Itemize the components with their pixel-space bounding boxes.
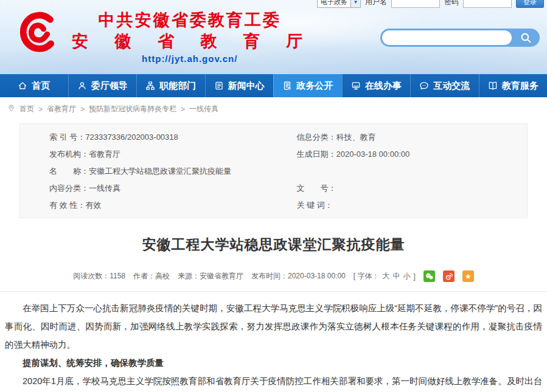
site-branding: 中共安徽省委教育工委 安 徽 省 教 育 厅 http://jyt.ah.gov…: [16, 10, 314, 64]
info-label: 内容分类：: [49, 184, 89, 193]
nav-item-label: 政务公开: [296, 80, 333, 92]
site-url[interactable]: http://jyt.ah.gov.cn/: [66, 53, 314, 64]
site-logo-icon: [16, 10, 60, 57]
font-size-suffix: ]: [413, 272, 415, 281]
info-cell-info-category: 信息分类： 科技、教育: [274, 129, 528, 146]
breadcrumb-separator: >: [80, 105, 85, 114]
share-wechat-button[interactable]: [423, 270, 435, 282]
info-label: 发布机构：: [49, 150, 89, 159]
breadcrumb-item-column[interactable]: 预防新型冠状病毒肺炎专栏: [89, 104, 176, 114]
article-subheading: 提前谋划、统筹安排，确保教学质量: [5, 354, 542, 372]
nav-item-departments[interactable]: 职能部门: [136, 74, 205, 97]
font-size-small[interactable]: 小: [403, 271, 410, 281]
read-count: 阅读次数：1158: [73, 271, 125, 281]
info-label: 名 称：: [49, 167, 89, 176]
nav-item-label: 首页: [32, 80, 50, 92]
password-label: 密码: [444, 0, 459, 7]
info-cell-validity: 有 效 性： 有效: [20, 197, 274, 214]
info-value: 有效: [85, 201, 101, 210]
info-row: 发布机构： 省教育厅 生成日期： 2020-03-18 00:00:00: [20, 146, 527, 163]
info-value: 安徽工程大学站稳思政课堂汇聚抗疫能量: [89, 167, 231, 176]
nav-item-label: 委厅领导: [91, 80, 128, 92]
source: 来源：安徽省教育厅: [178, 271, 243, 281]
nav-item-label: 互动交流: [433, 80, 470, 92]
nav-item-disclosure[interactable]: 政务公开: [273, 74, 342, 97]
site-header: 电子政务 ▼ 用户名 密码 登录 中共安徽省委教育工委 安 徽 省 教 育 厅 …: [0, 0, 547, 74]
password-field[interactable]: [463, 0, 512, 8]
star-icon: ★: [465, 273, 472, 280]
main-nav: 首页 委厅领导 职能部门 新闻中心 政务公开: [0, 74, 547, 97]
info-value: 科技、教育: [336, 133, 376, 142]
search-input[interactable]: [382, 30, 512, 45]
info-label: 索 引 号：: [49, 133, 85, 142]
info-cell-keywords: 关 键 词：: [274, 197, 528, 214]
monitor-icon: [351, 81, 361, 91]
news-icon: [214, 81, 224, 91]
nav-item-education-services[interactable]: 教育服务: [479, 74, 547, 97]
location-pin-icon: [7, 104, 15, 114]
info-value: 一线传真: [89, 184, 120, 193]
wechat-icon: [425, 272, 434, 281]
nav-item-leaders[interactable]: 委厅领导: [68, 74, 137, 97]
search-icon: [520, 32, 532, 44]
info-value: 2020-03-18 00:00:00: [336, 150, 410, 159]
nav-item-online-services[interactable]: 在线办事: [342, 74, 411, 97]
sitemap-icon: [145, 81, 155, 91]
favorite-star-button[interactable]: ★: [462, 270, 474, 282]
font-size-controls: [ 字体： 大 中 小 ]: [354, 271, 416, 281]
breadcrumb-item-current: 一线传真: [189, 104, 218, 114]
dropdown-arrow-icon[interactable]: ▼: [351, 0, 361, 8]
author: 作者：高校: [133, 271, 170, 281]
font-size-medium[interactable]: 中: [392, 271, 400, 281]
info-cell-title: 名 称： 安徽工程大学站稳思政课堂汇聚抗疫能量: [20, 163, 274, 180]
info-row: 有 效 性： 有效 关 键 词：: [20, 197, 527, 214]
info-cell-content-category: 内容分类： 一线传真: [20, 180, 274, 197]
page: 电子政务 ▼ 用户名 密码 登录 中共安徽省委教育工委 安 徽 省 教 育 厅 …: [0, 0, 547, 392]
login-bar: 电子政务 ▼ 用户名 密码 登录: [317, 0, 544, 9]
egov-dropdown-value[interactable]: 电子政务: [317, 0, 351, 8]
nav-item-news[interactable]: 新闻中心: [205, 74, 274, 97]
username-label: 用户名: [365, 0, 387, 7]
home-icon: [18, 81, 27, 91]
person-icon: [77, 81, 87, 91]
document-icon: [282, 81, 292, 91]
open-book-icon: [488, 81, 498, 91]
info-row: 索 引 号： 723337336/202003-00318 信息分类： 科技、教…: [20, 129, 527, 146]
nav-item-home[interactable]: 首页: [0, 74, 68, 97]
info-value: 723337336/202003-00318: [85, 133, 178, 142]
info-cell-index-number: 索 引 号： 723337336/202003-00318: [20, 129, 274, 146]
document-info-table: 索 引 号： 723337336/202003-00318 信息分类： 科技、教…: [19, 123, 528, 218]
nav-item-interaction[interactable]: 互动交流: [410, 74, 479, 97]
share-weibo-button[interactable]: [443, 270, 455, 282]
font-size-large[interactable]: 大: [382, 271, 389, 281]
username-field[interactable]: [391, 0, 440, 8]
search-button[interactable]: [512, 29, 540, 47]
breadcrumb-item-dept[interactable]: 省教育厅: [47, 104, 76, 114]
article-body: 在举国上下万众一心抗击新冠肺炎疫情的关键时期，安徽工程大学马克思主义学院积极响应…: [0, 292, 547, 392]
nav-item-label: 新闻中心: [228, 80, 265, 92]
login-button[interactable]: 登录: [516, 0, 544, 8]
breadcrumb-separator: >: [38, 105, 43, 114]
info-label: 生成日期：: [297, 150, 336, 159]
org-title-line2: 安 徽 省 教 育 厅: [66, 30, 314, 52]
weibo-icon: [444, 272, 453, 281]
nav-item-label: 职能部门: [159, 80, 196, 92]
font-size-prefix: [ 字体：: [354, 271, 380, 281]
nav-item-label: 在线办事: [365, 80, 402, 92]
page-title: 安徽工程大学站稳思政课堂汇聚抗疫能量: [0, 235, 547, 254]
egov-dropdown[interactable]: 电子政务 ▼: [317, 0, 361, 8]
breadcrumb-item-home[interactable]: 首页: [19, 104, 34, 114]
info-value: 省教育厅: [89, 150, 120, 159]
breadcrumb-separator: >: [181, 105, 185, 114]
publish-time: 发布时间：2020-03-18 00:00: [251, 271, 346, 281]
article-meta: 阅读次数：1158 作者：高校 来源：安徽省教育厅 发布时间：2020-03-1…: [0, 270, 547, 282]
search-box: [380, 29, 540, 47]
info-label: 有 效 性：: [49, 201, 85, 210]
info-row: 名 称： 安徽工程大学站稳思政课堂汇聚抗疫能量: [20, 163, 527, 180]
org-title-line1: 中共安徽省委教育工委: [66, 10, 314, 30]
info-cell-publisher: 发布机构： 省教育厅: [20, 146, 274, 163]
info-label: 信息分类：: [297, 133, 336, 142]
info-label: 关 键 词：: [297, 201, 333, 210]
breadcrumb: 首页 > 省教育厅 > 预防新型冠状病毒肺炎专栏 > 一线传真: [0, 97, 547, 120]
nav-item-label: 教育服务: [502, 80, 538, 92]
